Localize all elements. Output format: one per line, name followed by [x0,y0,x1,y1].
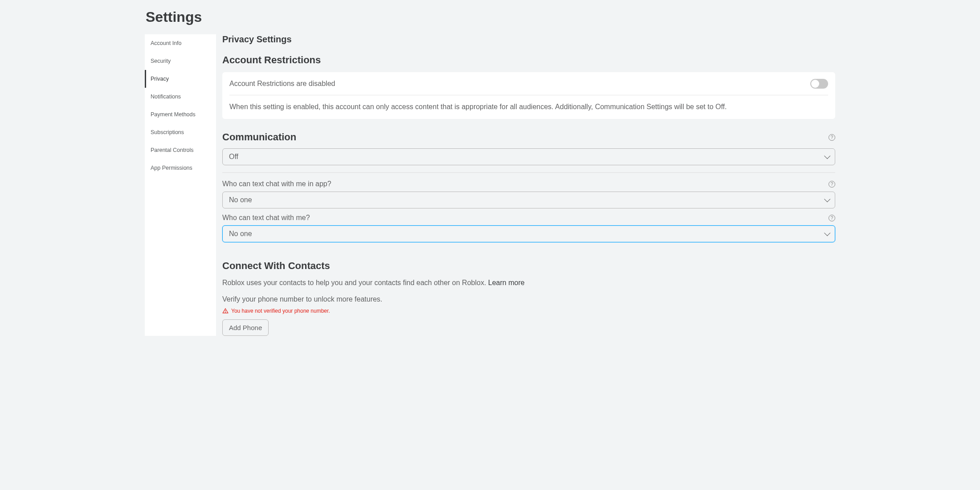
chevron-down-icon [824,153,830,159]
restrictions-toggle[interactable] [810,79,828,89]
q2-label: Who can text chat with me? [222,214,310,222]
chevron-down-icon [824,196,830,202]
communication-select[interactable]: Off [222,148,835,165]
account-restrictions-card: Account Restrictions are disabled When t… [222,72,835,119]
account-restrictions-title: Account Restrictions [222,54,835,66]
q2-select[interactable]: No one [222,225,835,242]
contacts-title: Connect With Contacts [222,260,835,272]
sidebar-item-account-info[interactable]: Account Info [145,34,216,52]
help-icon[interactable]: ? [829,215,835,221]
learn-more-link[interactable]: Learn more [488,279,525,286]
q1-label: Who can text chat with me in app? [222,180,331,188]
help-icon[interactable]: ? [829,134,835,141]
sidebar-item-app-permissions[interactable]: App Permissions [145,159,216,177]
settings-sidebar: Account Info Security Privacy Notificati… [145,34,216,336]
communication-title: Communication [222,131,296,143]
q1-select[interactable]: No one [222,192,835,208]
restrictions-toggle-label: Account Restrictions are disabled [229,80,335,88]
chevron-down-icon [824,230,830,236]
verify-text: Verify your phone number to unlock more … [222,295,835,303]
restrictions-description: When this setting is enabled, this accou… [229,95,828,119]
page-title: Settings [146,9,835,25]
settings-content: Privacy Settings Account Restrictions Ac… [221,34,835,336]
sidebar-item-subscriptions[interactable]: Subscriptions [145,123,216,141]
warning-text: You have not verified your phone number. [231,308,330,314]
sidebar-item-security[interactable]: Security [145,52,216,70]
help-icon[interactable]: ? [829,181,835,188]
communication-select-value: Off [229,153,238,161]
q1-select-value: No one [229,196,252,204]
q2-select-value: No one [229,230,252,238]
add-phone-button[interactable]: Add Phone [222,319,269,336]
sidebar-item-privacy[interactable]: Privacy [145,70,216,88]
content-heading: Privacy Settings [222,34,835,45]
warning-line: You have not verified your phone number. [222,308,835,314]
sidebar-item-parental-controls[interactable]: Parental Controls [145,141,216,159]
svg-point-1 [225,312,226,312]
contacts-description: Roblox uses your contacts to help you an… [222,278,835,288]
sidebar-item-payment-methods[interactable]: Payment Methods [145,106,216,123]
warning-icon [222,308,229,314]
sidebar-item-notifications[interactable]: Notifications [145,88,216,106]
divider [222,172,835,173]
